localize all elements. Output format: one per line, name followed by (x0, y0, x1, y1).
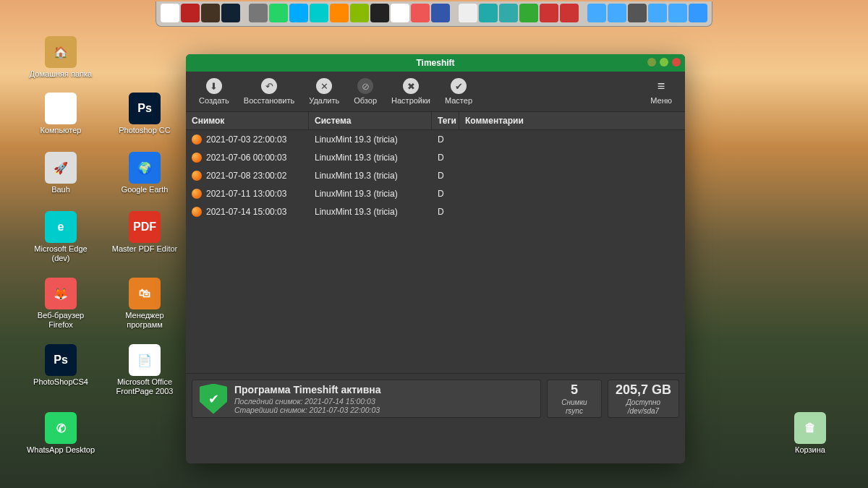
desktop-home-folder[interactable]: 🏠Домашняя папка (25, 36, 97, 79)
desktop-computer[interactable]: 🗎Компьютер (25, 93, 97, 135)
edge-dev-icon: e (45, 211, 77, 243)
dock-whatsapp[interactable] (269, 4, 288, 22)
dock-firefox[interactable] (411, 4, 430, 22)
home-folder-label: Домашняя папка (30, 69, 92, 79)
table-row[interactable]: 2021-07-14 15:00:03LinuxMint 19.3 (trici… (186, 202, 685, 221)
table-row[interactable]: 2021-07-03 22:00:03LinuxMint 19.3 (trici… (186, 130, 685, 148)
status-card: ✔ Программа Timeshift активна Последний … (192, 380, 541, 418)
dock-app-4[interactable] (221, 4, 240, 22)
snapshot-tag: D (432, 184, 459, 202)
settings-button[interactable]: ✖ Настройки (384, 75, 438, 108)
dock-app-3[interactable] (201, 4, 220, 22)
col-snapshot[interactable]: Снимок (186, 112, 309, 129)
snapshot-date: 2021-07-08 23:00:02 (206, 171, 286, 181)
firefox-label: Веб-браузер Firefox (25, 311, 97, 330)
titlebar[interactable]: Timeshift (186, 54, 685, 72)
computer-label: Компьютер (41, 126, 82, 135)
desktop-trash[interactable]: 🗑Корзина (774, 412, 846, 455)
dock-yandex[interactable] (370, 4, 389, 22)
desktop-google-earth[interactable]: 🌍Google Earth (109, 152, 181, 194)
snapshot-count-sub: rsync (566, 407, 583, 415)
dock-app-1[interactable] (161, 4, 179, 22)
col-system[interactable]: Система (309, 112, 432, 129)
restore-icon: ↶ (261, 78, 277, 94)
dock-teamviewer[interactable] (289, 4, 308, 22)
snapshot-date: 2021-07-11 13:00:03 (206, 189, 286, 199)
desktop-firefox[interactable]: 🦊Веб-браузер Firefox (25, 278, 97, 330)
settings-icon: ✖ (403, 78, 419, 94)
google-earth-icon: 🌍 (129, 152, 161, 184)
create-button[interactable]: ⬇ Создать (192, 75, 237, 108)
master-pdf-label: Master PDF Editor (112, 244, 177, 254)
dock-app-9[interactable] (330, 4, 349, 22)
dock-terminal[interactable] (181, 4, 200, 22)
delete-label: Удалить (309, 96, 339, 105)
minimize-button[interactable] (647, 58, 656, 67)
desktop-master-pdf[interactable]: PDFMaster PDF Editor (109, 211, 181, 254)
dock-home-folder[interactable] (587, 4, 606, 22)
maximize-button[interactable] (660, 58, 668, 67)
dock-shutdown[interactable] (560, 4, 579, 22)
dock-notes[interactable] (459, 4, 477, 22)
dock-folder-1[interactable] (648, 4, 667, 22)
dock-accessibility[interactable] (689, 4, 707, 22)
snapshot-tag: D (432, 130, 459, 148)
snapshot-icon (192, 207, 202, 217)
space-sub: /dev/sda7 (628, 407, 659, 415)
dock-app-14[interactable] (431, 4, 450, 22)
menu-icon: ≡ (653, 78, 669, 94)
computer-icon: 🗎 (45, 93, 77, 124)
desktop-program-manager[interactable]: 🛍Менеджер программ (109, 278, 181, 330)
dock-app-5[interactable] (249, 4, 268, 22)
dock-files[interactable] (479, 4, 498, 22)
desktop-photoshop-cs4[interactable]: PsPhotoShopCS4 (25, 344, 97, 387)
dock-app-12[interactable] (391, 4, 409, 22)
table-row[interactable]: 2021-07-11 13:00:03LinuxMint 19.3 (trici… (186, 184, 685, 202)
status-bar: ✔ Программа Timeshift активна Последний … (186, 373, 685, 424)
edge-dev-label: Microsoft Edge (dev) (25, 244, 97, 263)
dock-clock[interactable] (628, 4, 647, 22)
snapshot-comment (459, 148, 685, 166)
snapshot-date: 2021-07-06 00:00:03 (206, 153, 286, 163)
desktop-edge-dev[interactable]: eMicrosoft Edge (dev) (25, 211, 97, 263)
space-value: 205,7 GB (616, 382, 671, 398)
wizard-button[interactable]: ✔ Мастер (438, 75, 480, 108)
browse-button[interactable]: ⊘ Обзор (346, 75, 384, 108)
restore-button[interactable]: ↶ Восстановить (237, 75, 302, 108)
snapshot-icon (192, 171, 202, 181)
table-row[interactable]: 2021-07-08 23:00:02LinuxMint 19.3 (trici… (186, 166, 685, 184)
program-manager-icon: 🛍 (129, 278, 161, 309)
desktop-frontpage[interactable]: 📄Microsoft Office FrontPage 2003 (109, 344, 181, 396)
trash-label: Корзина (795, 445, 825, 455)
table-row[interactable]: 2021-07-06 00:00:03LinuxMint 19.3 (trici… (186, 148, 685, 166)
dock-libreoffice[interactable] (519, 4, 538, 22)
dock-app-17[interactable] (499, 4, 518, 22)
wizard-icon: ✔ (451, 78, 467, 94)
snapshot-icon (192, 134, 202, 145)
snapshot-table: 2021-07-03 22:00:03LinuxMint 19.3 (trici… (186, 130, 685, 373)
snapshot-system: LinuxMint 19.3 (tricia) (309, 148, 432, 166)
col-comments[interactable]: Комментарии (459, 112, 685, 129)
create-icon: ⬇ (206, 78, 222, 94)
menu-button[interactable]: ≡ Меню (643, 75, 679, 108)
snapshot-count: 5 (571, 382, 578, 398)
dock-app-10[interactable] (350, 4, 369, 22)
dock-edge[interactable] (310, 4, 328, 22)
frontpage-label: Microsoft Office FrontPage 2003 (109, 377, 181, 396)
dock-app-19[interactable] (540, 4, 558, 22)
photoshop-cs4-label: PhotoShopCS4 (33, 377, 88, 387)
desktop-bauh[interactable]: 🚀Bauh (25, 152, 97, 194)
snapshot-date: 2021-07-14 15:00:03 (206, 207, 286, 217)
create-label: Создать (199, 96, 229, 105)
snapshot-icon (192, 189, 202, 199)
close-button[interactable] (672, 58, 681, 67)
desktop-whatsapp-desktop[interactable]: ✆WhatsApp Desktop (25, 412, 97, 455)
dock-folder-2[interactable] (668, 4, 687, 22)
dock-documents[interactable] (608, 4, 626, 22)
snapshot-comment (459, 184, 685, 202)
col-tags[interactable]: Теги (432, 112, 459, 129)
bauh-icon: 🚀 (45, 152, 77, 184)
menu-label: Меню (650, 96, 672, 105)
delete-button[interactable]: ✕ Удалить (302, 75, 346, 108)
desktop-photoshop-cc[interactable]: PsPhotoshop CC (109, 93, 181, 135)
